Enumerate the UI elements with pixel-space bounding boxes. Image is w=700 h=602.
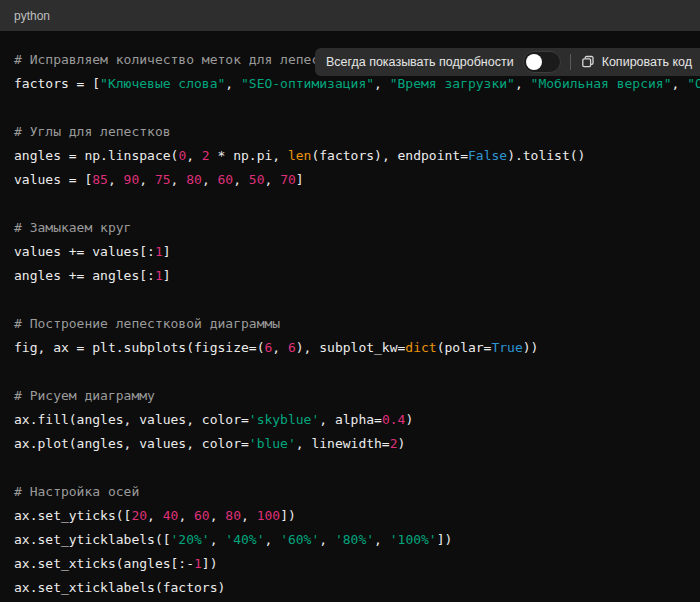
code-token: ).tolist() bbox=[507, 148, 585, 163]
code-token: , bbox=[178, 508, 194, 523]
code-token: fig, ax = plt.subplots(figsize=( bbox=[14, 340, 264, 355]
actions-divider bbox=[570, 54, 571, 70]
code-token: 6 bbox=[288, 340, 296, 355]
code-actions-bar: Всегда показывать подробности Копировать… bbox=[315, 48, 700, 76]
code-token: # Построение лепестковой диаграммы bbox=[14, 316, 280, 331]
code-line: ax.set_xticks(angles[:-1]) bbox=[14, 552, 686, 576]
code-line: angles = np.linspace(0, 2 * np.pi, len(f… bbox=[14, 144, 686, 168]
code-token: , bbox=[147, 508, 163, 523]
copy-icon bbox=[580, 54, 596, 70]
code-token: ) bbox=[398, 436, 406, 451]
code-token: , bbox=[374, 76, 390, 91]
code-token: , bbox=[374, 532, 390, 547]
code-token: , bbox=[139, 172, 155, 187]
code-token: ] bbox=[296, 172, 304, 187]
copy-code-button[interactable]: Копировать код bbox=[580, 54, 692, 70]
code-token: , bbox=[265, 172, 281, 187]
code-token: , bbox=[241, 508, 257, 523]
code-token: ax.set_xticklabels(factors) bbox=[14, 580, 225, 595]
code-line: ax.plot(angles, values, color='blue', li… bbox=[14, 432, 686, 456]
code-token: 0.4 bbox=[382, 412, 405, 427]
code-token: angles = np.linspace( bbox=[14, 148, 178, 163]
code-block: # Исправляем количество меток для лепест… bbox=[0, 31, 700, 602]
code-token: 100 bbox=[257, 508, 280, 523]
code-token: ] bbox=[163, 244, 171, 259]
always-show-details-toggle[interactable] bbox=[523, 51, 561, 73]
code-token: ax.set_xticks(angles[:- bbox=[14, 556, 194, 571]
code-token: , bbox=[225, 76, 241, 91]
code-token: , bbox=[515, 76, 531, 91]
code-token: 2 bbox=[390, 436, 398, 451]
code-token: 50 bbox=[249, 172, 265, 187]
code-token: '100%' bbox=[390, 532, 437, 547]
copy-code-label: Копировать код bbox=[602, 55, 692, 69]
code-line: # Углы для лепестков bbox=[14, 120, 686, 144]
code-block-header: python bbox=[0, 0, 700, 31]
code-token: '20%' bbox=[171, 532, 210, 547]
code-line: values += values[:1] bbox=[14, 240, 686, 264]
code-token: , bbox=[210, 532, 226, 547]
code-token: (polar= bbox=[437, 340, 492, 355]
code-token: , bbox=[171, 172, 187, 187]
code-token: 80 bbox=[186, 172, 202, 187]
code-token: dict bbox=[405, 340, 436, 355]
code-token: , bbox=[210, 508, 226, 523]
code-token: # Настройка осей bbox=[14, 484, 139, 499]
code-token: ]) bbox=[280, 508, 296, 523]
code-token: # Углы для лепестков bbox=[14, 124, 171, 139]
code-token: factors = [ bbox=[14, 76, 100, 91]
code-token: )) bbox=[523, 340, 539, 355]
code-line: ax.set_yticklabels(['20%', '40%', '60%',… bbox=[14, 528, 686, 552]
code-line: values = [85, 90, 75, 80, 60, 50, 70] bbox=[14, 168, 686, 192]
code-content: # Исправляем количество меток для лепест… bbox=[0, 31, 700, 600]
code-token: (factors), endpoint= bbox=[311, 148, 468, 163]
code-token: * np.pi, bbox=[210, 148, 288, 163]
code-token: , bbox=[202, 172, 218, 187]
code-token: ax.set_yticks([ bbox=[14, 508, 131, 523]
code-line bbox=[14, 288, 686, 312]
code-token: angles += angles[: bbox=[14, 268, 155, 283]
code-token: , bbox=[108, 172, 124, 187]
toggle-knob-icon bbox=[526, 54, 542, 70]
code-line: # Замыкаем круг bbox=[14, 216, 686, 240]
code-token: , alpha= bbox=[319, 412, 382, 427]
code-line bbox=[14, 456, 686, 480]
code-token: 85 bbox=[92, 172, 108, 187]
code-token: 70 bbox=[280, 172, 296, 187]
code-language-label: python bbox=[14, 9, 50, 23]
code-token: "Ключевые слова" bbox=[100, 76, 225, 91]
code-token: 75 bbox=[155, 172, 171, 187]
code-token: 1 bbox=[194, 556, 202, 571]
code-token: ), subplot_kw= bbox=[296, 340, 406, 355]
always-show-details-label: Всегда показывать подробности bbox=[326, 55, 514, 69]
code-token: ax.plot(angles, values, color= bbox=[14, 436, 249, 451]
code-block-window: python # Исправляем количество меток для… bbox=[0, 0, 700, 602]
code-token: ]) bbox=[202, 556, 218, 571]
code-token: '80%' bbox=[335, 532, 374, 547]
code-token: 1 bbox=[155, 244, 163, 259]
code-token: 40 bbox=[163, 508, 179, 523]
code-token: len bbox=[288, 148, 311, 163]
code-token: values += values[: bbox=[14, 244, 155, 259]
code-token: , bbox=[264, 532, 280, 547]
code-line bbox=[14, 96, 686, 120]
code-line: fig, ax = plt.subplots(figsize=(6, 6), s… bbox=[14, 336, 686, 360]
code-line: # Рисуем диаграмму bbox=[14, 384, 686, 408]
code-token: , bbox=[186, 148, 202, 163]
code-line: ax.fill(angles, values, color='skyblue',… bbox=[14, 408, 686, 432]
code-line: ax.set_xticklabels(factors) bbox=[14, 576, 686, 600]
code-token: 20 bbox=[131, 508, 147, 523]
code-token: # Замыкаем круг bbox=[14, 220, 131, 235]
code-token: 60 bbox=[194, 508, 210, 523]
code-token: ax.fill(angles, values, color= bbox=[14, 412, 249, 427]
code-token: 1 bbox=[155, 268, 163, 283]
code-token: 60 bbox=[218, 172, 234, 187]
code-token: "Время загрузки" bbox=[390, 76, 515, 91]
code-line: ax.set_yticks([20, 40, 60, 80, 100]) bbox=[14, 504, 686, 528]
code-token: , bbox=[671, 76, 687, 91]
code-token: ] bbox=[163, 268, 171, 283]
code-token: ) bbox=[405, 412, 413, 427]
code-line: # Настройка осей bbox=[14, 480, 686, 504]
code-line: # Построение лепестковой диаграммы bbox=[14, 312, 686, 336]
code-token: ]) bbox=[437, 532, 453, 547]
